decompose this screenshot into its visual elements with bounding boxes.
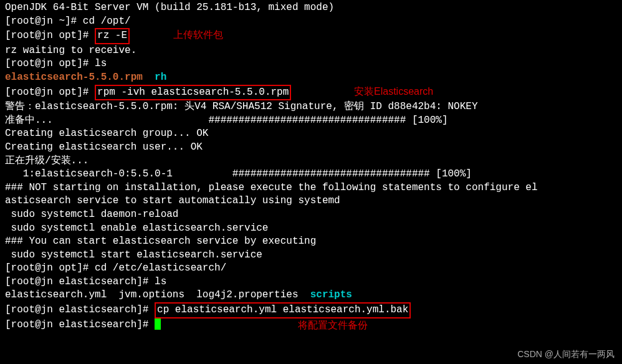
prompt: [root@jn ~]# — [5, 16, 83, 27]
output: Creating elasticsearch group... OK — [5, 128, 208, 139]
annotation-install: 安装Elasticsearch — [354, 85, 433, 98]
command: rz -E — [97, 30, 127, 41]
prompt: [root@jn opt]# — [5, 262, 95, 274]
terminal-line[interactable]: [root@jn elasticsearch]# 将配置文件备份 — [5, 318, 617, 332]
annotation-upload: 上传软件包 — [173, 28, 223, 42]
terminal-line: 准备中... #################################… — [5, 114, 617, 128]
output: ### NOT starting on installation, please… — [5, 182, 538, 193]
prompt: [root@jn elasticsearch]# — [5, 319, 155, 330]
command: rpm -ivh elasticsearch-5.5.0.rpm — [97, 87, 289, 98]
command: ls — [95, 58, 107, 69]
prompt: [root@jn opt]# — [5, 58, 95, 69]
terminal-line: OpenJDK 64-Bit Server VM (build 25.181-b… — [5, 1, 617, 15]
terminal-line: [root@jn ~]# cd /opt/ — [5, 15, 617, 29]
command: cd /opt/ — [83, 16, 131, 27]
cp-command-box: cp elasticsearch.yml elasticsearch.yml.b… — [155, 302, 411, 318]
prompt: [root@jn opt]# — [5, 87, 95, 98]
output: sudo systemctl start elasticsearch.servi… — [5, 249, 262, 261]
terminal-line: asticsearch service to start automatical… — [5, 194, 617, 208]
dir-rh: rh — [155, 72, 166, 83]
output: rz waiting to receive. — [5, 45, 136, 56]
terminal-line: 警告：elasticsearch-5.5.0.rpm: 头V4 RSA/SHA5… — [5, 100, 617, 114]
output: Creating elasticsearch user... OK — [5, 141, 203, 153]
output: sudo systemctl enable elasticsearch.serv… — [5, 223, 268, 234]
terminal-line: sudo systemctl enable elasticsearch.serv… — [5, 222, 617, 236]
prompt: [root@jn opt]# — [5, 30, 95, 41]
terminal-line: elasticsearch-5.5.0.rpm rh — [5, 71, 617, 85]
terminal-line: [root@jn opt]# cd /etc/elasticsearch/ — [5, 262, 617, 275]
gap — [143, 72, 155, 83]
terminal-line: ### NOT starting on installation, please… — [5, 181, 617, 195]
command: cp elasticsearch.yml elasticsearch.yml.b… — [157, 304, 408, 315]
output: 准备中... #################################… — [5, 115, 448, 126]
terminal-line: 正在升级/安装... — [5, 155, 617, 168]
terminal-line: [root@jn opt]# rpm -ivh elasticsearch-5.… — [5, 85, 617, 101]
command: cd /etc/elasticsearch/ — [95, 262, 226, 274]
terminal-line: rz waiting to receive. — [5, 44, 617, 58]
watermark: CSDN @人间若有一两风 — [517, 348, 615, 360]
command: ls — [155, 276, 166, 287]
output: 正在升级/安装... — [5, 155, 89, 166]
output: sudo systemctl daemon-reload — [5, 209, 178, 220]
terminal-line: [root@jn opt]# ls — [5, 57, 617, 71]
output: elasticsearch.yml jvm.options log4j2.pro… — [5, 289, 310, 300]
terminal-line: Creating elasticsearch group... OK — [5, 127, 617, 141]
prompt: [root@jn elasticsearch]# — [5, 304, 155, 315]
prompt: [root@jn elasticsearch]# — [5, 276, 155, 287]
terminal-line: sudo systemctl start elasticsearch.servi… — [5, 249, 617, 262]
output: asticsearch service to start automatical… — [5, 195, 340, 206]
terminal-line: [root@jn opt]# rz -E上传软件包 — [5, 28, 617, 44]
terminal-line: elasticsearch.yml jvm.options log4j2.pro… — [5, 289, 617, 302]
terminal-line: 1:elasticsearch-0:5.5.0-1 ##############… — [5, 168, 617, 181]
terminal-line: ### You can start elasticsearch service … — [5, 235, 617, 249]
output: 1:elasticsearch-0:5.5.0-1 ##############… — [5, 168, 472, 180]
output: 警告：elasticsearch-5.5.0.rpm: 头V4 RSA/SHA5… — [5, 101, 478, 112]
cursor-icon — [155, 318, 161, 330]
terminal-line: Creating elasticsearch user... OK — [5, 141, 617, 155]
terminal-line: sudo systemctl daemon-reload — [5, 208, 617, 222]
dir-scripts: scripts — [310, 289, 352, 300]
file-rpm: elasticsearch-5.5.0.rpm — [5, 72, 143, 83]
output: ### You can start elasticsearch service … — [5, 236, 316, 247]
terminal-line: [root@jn elasticsearch]# cp elasticsearc… — [5, 302, 617, 318]
rpm-command-box: rpm -ivh elasticsearch-5.5.0.rpm — [95, 85, 291, 101]
terminal-line: [root@jn elasticsearch]# ls — [5, 275, 617, 289]
annotation-backup: 将配置文件备份 — [298, 318, 368, 332]
text: OpenJDK 64-Bit Server VM (build 25.181-b… — [5, 2, 334, 13]
rz-command-box: rz -E — [95, 28, 130, 44]
